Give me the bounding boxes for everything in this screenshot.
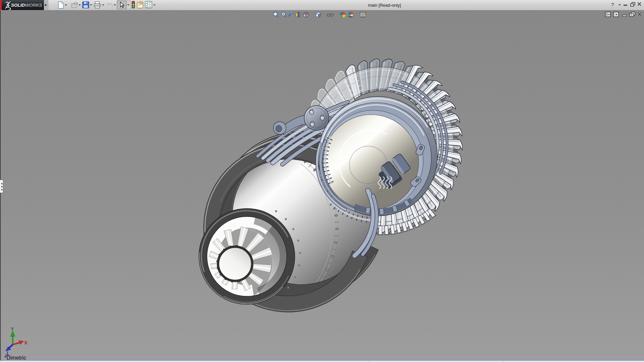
svg-text:X: X [24, 341, 27, 345]
svg-text:Y: Y [11, 327, 14, 331]
svg-text:?: ? [611, 2, 614, 7]
